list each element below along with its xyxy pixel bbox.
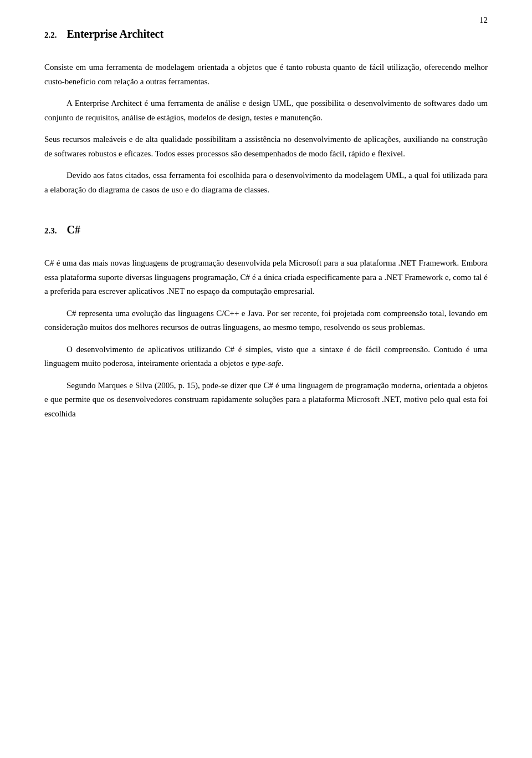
- section-2-2-para-2: A Enterprise Architect é uma ferramenta …: [44, 96, 488, 125]
- page-number: 12: [479, 16, 488, 25]
- section-2-2-para-3: Seus recursos maleáveis e de alta qualid…: [44, 133, 488, 161]
- section-2-3-para-3: O desenvolvimento de aplicativos utiliza…: [44, 343, 488, 371]
- section-2-3-heading: 2.3. C#: [44, 223, 488, 236]
- section-2-2-number: 2.2.: [44, 30, 57, 40]
- section-2-2-para-4: Devido aos fatos citados, essa ferrament…: [44, 169, 488, 197]
- section-2-3-para-2: C# representa uma evolução das linguagen…: [44, 307, 488, 335]
- italic-type-safe: type-safe: [252, 359, 282, 368]
- section-2-2-title: Enterprise Architect: [67, 28, 164, 40]
- section-2-3-para-1: C# é uma das mais novas linguagens de pr…: [44, 256, 488, 299]
- section-2-3-title: C#: [67, 223, 80, 236]
- section-2-2-para-1: Consiste em uma ferramenta de modelagem …: [44, 60, 488, 89]
- page: 12 2.2. Enterprise Architect Consiste em…: [0, 0, 532, 758]
- section-2-3-para-4: Segundo Marques e Silva (2005, p. 15), p…: [44, 379, 488, 421]
- section-2-2-heading: 2.2. Enterprise Architect: [44, 28, 488, 40]
- section-2-3-number: 2.3.: [44, 226, 57, 236]
